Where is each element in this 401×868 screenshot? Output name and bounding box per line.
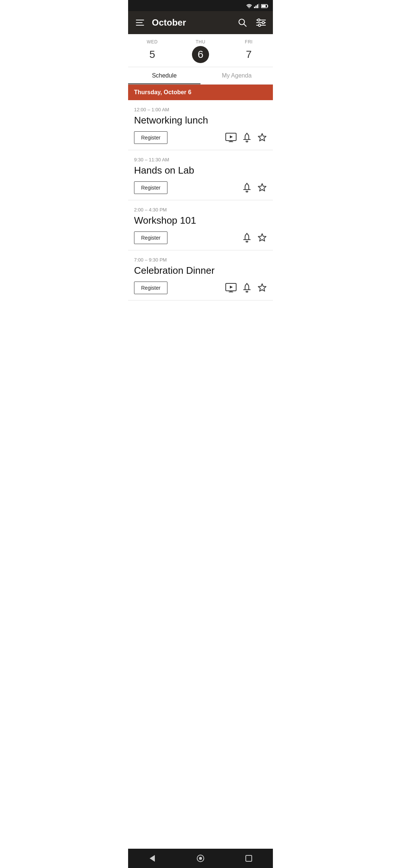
event-time: 7:00 – 9:30 PM xyxy=(134,257,267,263)
svg-rect-6 xyxy=(262,5,266,7)
event-item: 7:00 – 9:30 PM Celebration Dinner Regist… xyxy=(128,250,273,300)
event-actions: Register xyxy=(134,181,267,194)
action-icons xyxy=(242,233,267,243)
svg-marker-18 xyxy=(230,135,233,138)
thu-number: 6 xyxy=(192,46,209,63)
svg-point-14 xyxy=(258,24,261,26)
thu-label: THU xyxy=(196,39,205,45)
livestream-icon[interactable] xyxy=(225,283,237,293)
date-fri[interactable]: FRI 7 xyxy=(234,39,264,63)
status-bar xyxy=(128,0,273,11)
status-icons xyxy=(246,3,268,9)
livestream-icon[interactable] xyxy=(225,133,237,142)
star-icon[interactable] xyxy=(257,283,267,293)
svg-point-12 xyxy=(262,22,264,24)
notification-bell-icon[interactable] xyxy=(242,233,251,243)
svg-marker-33 xyxy=(258,234,266,241)
event-item: 2:00 – 4:30 PM Workshop 101 Register xyxy=(128,200,273,250)
fri-label: FRI xyxy=(245,39,253,45)
wed-label: WED xyxy=(147,39,158,45)
search-icon xyxy=(238,18,247,27)
hamburger-icon xyxy=(136,20,144,26)
event-item: 12:00 – 1:00 AM Networking lunch Registe… xyxy=(128,100,273,150)
event-time: 2:00 – 4:30 PM xyxy=(134,207,267,213)
signal-icon xyxy=(254,3,259,9)
svg-point-10 xyxy=(258,19,260,21)
event-title: Workshop 101 xyxy=(134,215,267,226)
svg-line-8 xyxy=(244,24,247,27)
star-icon[interactable] xyxy=(257,233,267,243)
wed-number: 5 xyxy=(144,46,161,63)
action-icons xyxy=(225,133,267,143)
app-title: October xyxy=(152,17,231,28)
svg-marker-28 xyxy=(258,184,266,191)
svg-rect-4 xyxy=(258,4,259,8)
event-title: Hands on Lab xyxy=(134,165,267,176)
action-icons xyxy=(225,283,267,293)
svg-marker-23 xyxy=(258,134,266,141)
tab-schedule[interactable]: Schedule xyxy=(128,67,200,84)
tab-my-agenda[interactable]: My Agenda xyxy=(200,67,273,84)
event-item: 9:30 – 11:30 AM Hands on Lab Register xyxy=(128,150,273,200)
hamburger-menu-button[interactable] xyxy=(133,16,147,29)
svg-rect-1 xyxy=(254,7,255,8)
svg-marker-37 xyxy=(230,286,233,289)
action-icons xyxy=(242,183,267,193)
register-button[interactable]: Register xyxy=(134,131,167,144)
svg-point-0 xyxy=(249,7,250,8)
register-button[interactable]: Register xyxy=(134,231,167,244)
filter-button[interactable] xyxy=(254,16,268,29)
filter-icon xyxy=(256,19,266,27)
star-icon[interactable] xyxy=(257,133,267,142)
wifi-icon xyxy=(246,3,252,9)
event-title: Celebration Dinner xyxy=(134,265,267,276)
notification-bell-icon[interactable] xyxy=(242,133,251,143)
search-button[interactable] xyxy=(236,16,249,29)
event-actions: Register xyxy=(134,231,267,244)
notification-bell-icon[interactable] xyxy=(242,283,251,293)
svg-marker-42 xyxy=(258,284,266,291)
date-wed[interactable]: WED 5 xyxy=(137,39,167,63)
svg-rect-2 xyxy=(255,6,257,8)
event-time: 9:30 – 11:30 AM xyxy=(134,157,267,162)
date-thu[interactable]: THU 6 xyxy=(186,39,215,63)
event-actions: Register xyxy=(134,282,267,294)
event-actions: Register xyxy=(134,131,267,144)
date-navigation: WED 5 THU 6 FRI 7 xyxy=(128,34,273,67)
register-button[interactable]: Register xyxy=(134,282,167,294)
fri-number: 7 xyxy=(240,46,257,63)
app-bar: October xyxy=(128,11,273,34)
event-list: 12:00 – 1:00 AM Networking lunch Registe… xyxy=(128,100,273,300)
event-time: 12:00 – 1:00 AM xyxy=(134,107,267,112)
svg-rect-3 xyxy=(257,4,258,8)
register-button[interactable]: Register xyxy=(134,181,167,194)
tabs: Schedule My Agenda xyxy=(128,67,273,85)
star-icon[interactable] xyxy=(257,183,267,193)
section-header: Thursday, October 6 xyxy=(128,85,273,100)
event-title: Networking lunch xyxy=(134,115,267,126)
notification-bell-icon[interactable] xyxy=(242,183,251,193)
battery-icon xyxy=(261,3,268,9)
